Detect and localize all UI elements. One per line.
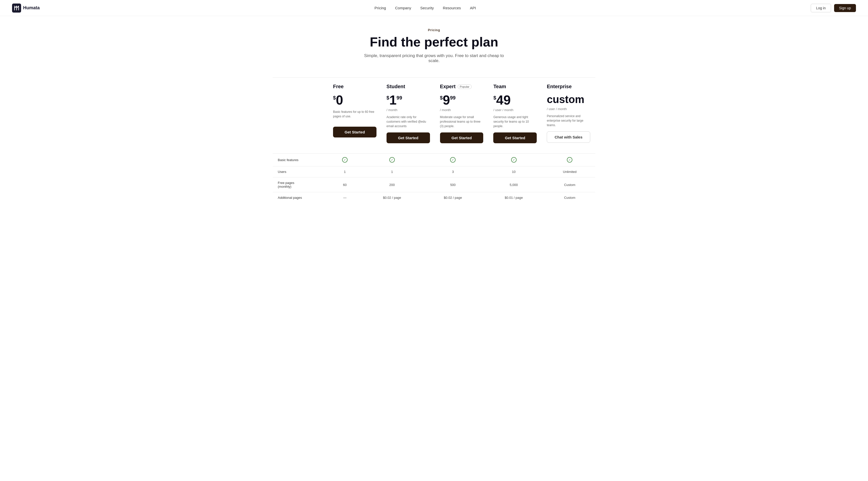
feature-label: Basic features [273,154,328,167]
feature-value: $0.01 / page [483,192,544,203]
feature-value: ✓ [483,154,544,167]
nav-company[interactable]: Company [395,6,411,10]
hero-subtitle: Simple, transparent pricing that grows w… [359,53,509,63]
feature-row: Basic features✓✓✓✓✓ [273,154,595,167]
nav-security[interactable]: Security [420,6,434,10]
feature-row: Free pages (monthly)602005005,000Custom [273,177,595,192]
feature-value: 200 [362,177,423,192]
plan-enterprise-price: custom [547,93,590,106]
plan-team-cta[interactable]: Get Started [493,132,537,143]
plan-student-desc: Academic rate only for customers with ve… [386,115,430,128]
feature-row: Users11310Unlimited [273,167,595,177]
plan-free-price: $ 0 [333,93,376,107]
feature-label: Users [273,167,328,177]
checkmark-icon: ✓ [450,157,456,162]
feature-value: 5,000 [483,177,544,192]
login-button[interactable]: Log in [811,4,831,12]
feature-value: 500 [423,177,483,192]
plan-student-period: / month [386,108,430,112]
feature-value: 1 [362,167,423,177]
feature-value: $0.02 / page [362,192,423,203]
plan-student: Student $ 1 99 / month Academic rate onl… [381,78,435,147]
plan-student-name: Student [386,84,430,89]
plan-enterprise: Enterprise custom / user / month Persona… [542,78,595,147]
plan-student-cta[interactable]: Get Started [386,132,430,143]
plans-empty-col [273,78,328,147]
feature-value: Unlimited [544,167,595,177]
plan-team-name: Team [493,84,537,89]
feature-value: 3 [423,167,483,177]
plan-student-price: $ 1 99 [386,93,430,107]
feature-value: ✓ [423,154,483,167]
pricing-section: Free $ 0 Basic features for up to 60 fre… [261,69,607,203]
feature-value: ✓ [544,154,595,167]
plan-free-name: Free [333,84,376,89]
plan-enterprise-name: Enterprise [547,84,590,89]
plan-free: Free $ 0 Basic features for up to 60 fre… [328,78,381,147]
plan-team: Team $ 49 / user / month Generous usage … [488,78,542,147]
nav-resources[interactable]: Resources [443,6,461,10]
checkmark-icon: ✓ [567,157,572,162]
plan-team-period: / user / month [493,108,537,112]
feature-value: 1 [328,167,362,177]
feature-value: 10 [483,167,544,177]
plan-expert-name: Expert Popular [440,84,484,89]
plan-enterprise-period: / user / month [547,107,590,111]
plan-enterprise-desc: Personalized service and enterprise secu… [547,114,590,127]
feature-label: Additional pages [273,192,328,203]
features-table: Basic features✓✓✓✓✓Users11310UnlimitedFr… [273,153,595,203]
logo-text: Humata [23,5,40,10]
hero-label: Pricing [6,28,862,32]
navbar: Humata Pricing Company Security Resource… [0,0,868,16]
feature-row: Additional pages—$0.02 / page$0.02 / pag… [273,192,595,203]
checkmark-icon: ✓ [389,157,395,162]
hero-section: Pricing Find the perfect plan Simple, tr… [0,16,868,69]
feature-value: $0.02 / page [423,192,483,203]
feature-value: ✓ [362,154,423,167]
plan-expert: Expert Popular $ 9 99 / month Moderate u… [435,78,489,147]
hero-title: Find the perfect plan [6,35,862,49]
feature-value: Custom [544,177,595,192]
plan-enterprise-cta[interactable]: Chat with Sales [547,131,590,143]
popular-badge: Popular [458,85,472,89]
signup-button[interactable]: Sign up [834,4,856,12]
checkmark-icon: ✓ [342,157,348,162]
feature-label: Free pages (monthly) [273,177,328,192]
nav-links: Pricing Company Security Resources API [374,6,476,10]
feature-value: ✓ [328,154,362,167]
plan-expert-period: / month [440,108,484,112]
feature-value: 60 [328,177,362,192]
nav-api[interactable]: API [470,6,476,10]
plan-expert-price: $ 9 99 [440,93,484,107]
plan-team-price: $ 49 [493,93,537,107]
nav-actions: Log in Sign up [811,4,856,12]
logo[interactable]: Humata [12,3,40,12]
plan-expert-cta[interactable]: Get Started [440,132,484,143]
plan-team-desc: Generous usage and tight security for te… [493,115,537,128]
feature-value: — [328,192,362,203]
feature-value: Custom [544,192,595,203]
plan-free-cta[interactable]: Get Started [333,127,376,138]
nav-pricing[interactable]: Pricing [374,6,386,10]
plans-header: Free $ 0 Basic features for up to 60 fre… [273,78,595,147]
plan-expert-desc: Moderate usage for small professional te… [440,115,484,128]
plan-free-desc: Basic features for up to 60 free pages o… [333,110,376,123]
checkmark-icon: ✓ [511,157,517,162]
